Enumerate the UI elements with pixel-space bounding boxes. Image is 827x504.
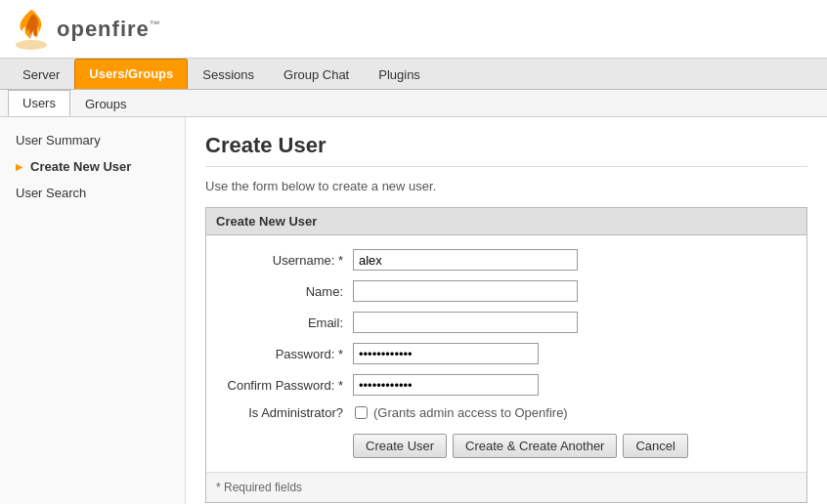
username-row: Username: * [216,249,797,271]
logo-trademark: ™ [150,18,161,29]
sub-nav: Users Groups [0,90,827,117]
create-another-button[interactable]: Create & Create Another [453,434,617,458]
username-input[interactable] [353,249,578,271]
logo-icon [12,8,51,51]
required-note: * Required fields [206,472,806,502]
sidebar-item-user-summary[interactable]: User Summary [0,127,185,153]
nav-group-chat[interactable]: Group Chat [269,59,364,89]
create-user-button[interactable]: Create User [353,434,447,458]
sidebar: User Summary Create New User User Search [0,117,186,504]
is-admin-row: Is Administrator? (Grants admin access t… [216,405,797,420]
nav-server[interactable]: Server [8,59,74,89]
username-label: Username: * [216,253,353,268]
content-area: User Summary Create New User User Search… [0,117,827,504]
email-input[interactable] [353,312,578,333]
header: openfire™ [0,0,827,59]
sidebar-item-create-new-user[interactable]: Create New User [0,153,185,180]
form-buttons: Create User Create & Create Another Canc… [216,434,797,458]
password-input[interactable] [353,343,539,364]
subnav-groups[interactable]: Groups [70,90,142,116]
form-description: Use the form below to create a new user. [205,179,807,193]
nav-plugins[interactable]: Plugins [364,59,435,89]
name-input[interactable] [353,280,578,302]
logo-text: openfire™ [57,17,161,42]
nav-sessions[interactable]: Sessions [188,59,269,89]
email-label: Email: [216,315,353,330]
confirm-password-label: Confirm Password: * [216,378,353,393]
page-title: Create User [205,133,807,167]
sidebar-item-user-search[interactable]: User Search [0,180,185,206]
cancel-button[interactable]: Cancel [623,434,687,458]
subnav-users[interactable]: Users [8,90,70,116]
svg-point-0 [16,40,47,50]
confirm-password-row: Confirm Password: * [216,374,797,396]
name-row: Name: [216,280,797,302]
main-content: Create User Use the form below to create… [186,117,827,504]
main-nav: Server Users/Groups Sessions Group Chat … [0,59,827,90]
form-box: Create New User Username: * Name: Email: [205,207,807,503]
form-fields: Username: * Name: Email: Password: * [206,235,806,472]
email-row: Email: [216,312,797,333]
form-box-title: Create New User [206,208,806,235]
is-admin-desc: (Grants admin access to Openfire) [373,405,568,420]
password-row: Password: * [216,343,797,364]
confirm-password-input[interactable] [353,374,539,396]
logo-area: openfire™ [12,8,161,51]
password-label: Password: * [216,347,353,361]
name-label: Name: [216,284,353,299]
is-admin-label: Is Administrator? [216,405,353,420]
is-admin-checkbox[interactable] [355,406,368,419]
nav-users-groups[interactable]: Users/Groups [74,59,188,89]
